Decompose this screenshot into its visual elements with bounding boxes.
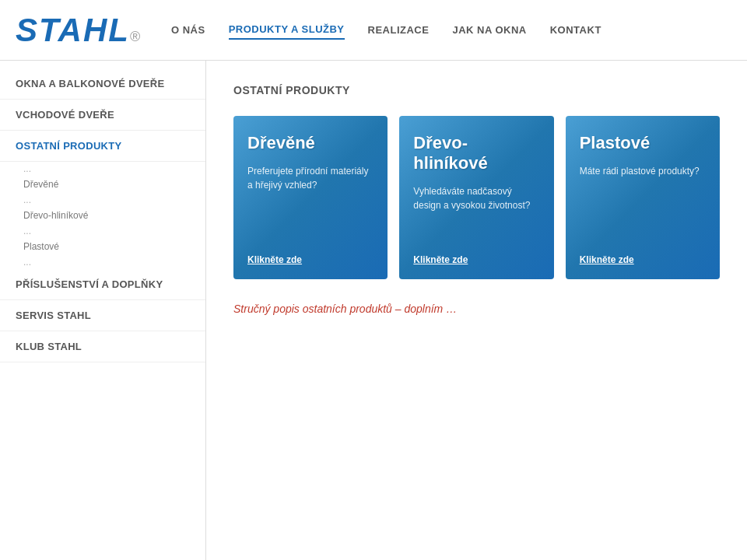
sidebar-sub-8[interactable]: Plastové: [0, 238, 205, 255]
nav-item-kontakt[interactable]: KONTAKT: [550, 21, 601, 39]
main-nav: O NÁSPRODUKTY A SLUŽBYREALIZACEJAK NA OK…: [171, 20, 601, 40]
sidebar: OKNA A BALKONOVÉ DVEŘEVCHODOVÉ DVEŘEOSTA…: [0, 61, 206, 560]
sidebar-dots-7: ...: [0, 224, 205, 238]
logo: STAHL®: [16, 14, 140, 47]
sidebar-sub-4[interactable]: Dřevěné: [0, 176, 205, 193]
nav-item-produkty-a-služby[interactable]: PRODUKTY A SLUŽBY: [229, 20, 345, 40]
logo-dot: ®: [130, 29, 140, 44]
nav-item-realizace[interactable]: REALIZACE: [368, 21, 430, 39]
card-link-1[interactable]: Klikněte zde: [413, 254, 468, 265]
content-area: OSTATNÍ PRODUKTY DřevěnéPreferujete přír…: [206, 61, 747, 560]
sidebar-dots-5: ...: [0, 193, 205, 207]
product-card-2: PlastovéMáte rádi plastové produkty?Klik…: [566, 116, 720, 279]
cards-row: DřevěnéPreferujete přírodní materiály a …: [233, 116, 720, 279]
sidebar-item-12[interactable]: KLUB STAHL: [0, 331, 205, 362]
card-title-1: Dřevo-hliníkové: [413, 133, 539, 173]
nav-item-jak-na-okna[interactable]: JAK NA OKNA: [452, 21, 526, 39]
description-text: Stručný popis ostatních produktů – dopln…: [233, 303, 720, 315]
sidebar-item-1[interactable]: VCHODOVÉ DVEŘE: [0, 100, 205, 131]
card-title-0: Dřevěné: [247, 133, 315, 153]
sidebar-dots-3: ...: [0, 162, 205, 176]
nav-item-o-nás[interactable]: O NÁS: [171, 21, 205, 39]
card-title-2: Plastové: [580, 133, 651, 153]
card-desc-1: Vyhledáváte nadčasový design a vysokou ž…: [413, 184, 539, 239]
card-link-2[interactable]: Klikněte zde: [580, 254, 634, 265]
sidebar-item-10[interactable]: PŘÍSLUŠENSTVÍ A DOPLŇKY: [0, 269, 205, 300]
sidebar-item-11[interactable]: SERVIS STAHL: [0, 300, 205, 331]
sidebar-dots-9: ...: [0, 255, 205, 269]
product-card-1: Dřevo-hliníkovéVyhledáváte nadčasový des…: [399, 116, 553, 279]
product-card-0: DřevěnéPreferujete přírodní materiály a …: [233, 116, 388, 279]
card-desc-2: Máte rádi plastové produkty?: [580, 164, 700, 239]
sidebar-sub-6[interactable]: Dřevo-hliníkové: [0, 207, 205, 224]
main-layout: OKNA A BALKONOVÉ DVEŘEVCHODOVÉ DVEŘEOSTA…: [0, 61, 747, 560]
sidebar-item-2[interactable]: OSTATNÍ PRODUKTY: [0, 131, 205, 162]
logo-text: STAHL: [16, 12, 130, 48]
sidebar-item-0[interactable]: OKNA A BALKONOVÉ DVEŘE: [0, 68, 205, 100]
header: STAHL® O NÁSPRODUKTY A SLUŽBYREALIZACEJA…: [0, 0, 747, 61]
card-link-0[interactable]: Klikněte zde: [247, 254, 302, 265]
card-desc-0: Preferujete přírodní materiály a hřejivý…: [247, 164, 374, 239]
section-title: OSTATNÍ PRODUKTY: [233, 84, 720, 96]
